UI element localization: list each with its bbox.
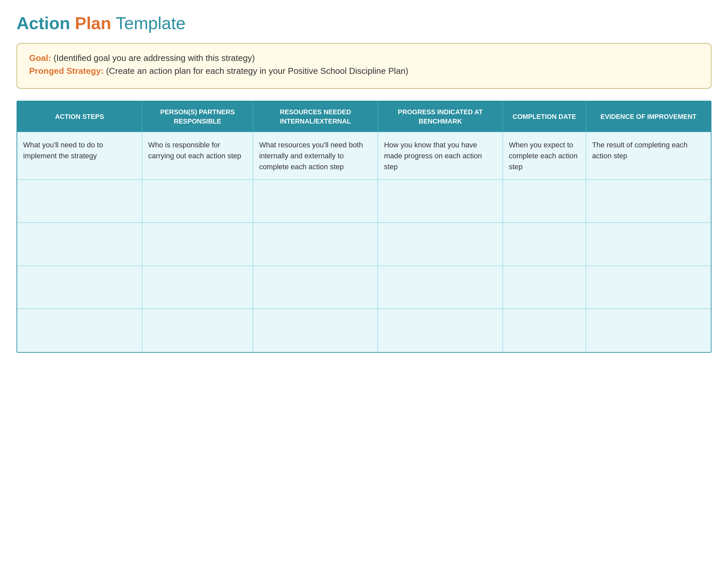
header-progress-benchmark: PROGRESS INDICATED AT BENCHMARK xyxy=(378,101,503,132)
page-title: Action Plan Template xyxy=(17,13,711,33)
row3-completion xyxy=(503,223,586,266)
row5-evidence xyxy=(586,309,711,352)
table-row xyxy=(17,266,711,309)
table-row xyxy=(17,180,711,223)
row4-evidence xyxy=(586,266,711,309)
row4-progress xyxy=(378,266,503,309)
goal-line: Goal: (Identified goal you are addressin… xyxy=(29,53,699,63)
row5-resources xyxy=(253,309,378,352)
row3-person xyxy=(142,223,253,266)
table-row xyxy=(17,309,711,352)
table-row-description: What you'll need to do to implement the … xyxy=(17,132,711,180)
row5-person xyxy=(142,309,253,352)
desc-resources: What resources you'll need both internal… xyxy=(253,132,378,180)
row3-action xyxy=(17,223,142,266)
row2-completion xyxy=(503,180,586,223)
header-resources-needed: RESOURCES NEEDED INTERNAL/EXTERNAL xyxy=(253,101,378,132)
header-completion-date: COMPLETION DATE xyxy=(503,101,586,132)
row5-action xyxy=(17,309,142,352)
row5-progress xyxy=(378,309,503,352)
desc-persons: Who is responsible for carrying out each… xyxy=(142,132,253,180)
action-plan-table: ACTION STEPS PERSON(S) PARTNERS RESPONSI… xyxy=(17,101,711,353)
desc-evidence: The result of completing each action ste… xyxy=(586,132,711,180)
header-persons-partners: PERSON(S) PARTNERS RESPONSIBLE xyxy=(142,101,253,132)
row2-action xyxy=(17,180,142,223)
header-evidence-improvement: EVIDENCE OF IMPROVEMENT xyxy=(586,101,711,132)
row4-action xyxy=(17,266,142,309)
desc-action-steps: What you'll need to do to implement the … xyxy=(17,132,142,180)
row2-resources xyxy=(253,180,378,223)
row2-progress xyxy=(378,180,503,223)
row3-progress xyxy=(378,223,503,266)
desc-completion: When you expect to complete each action … xyxy=(503,132,586,180)
row4-person xyxy=(142,266,253,309)
table-row xyxy=(17,223,711,266)
header-action-steps: ACTION STEPS xyxy=(17,101,142,132)
goal-box: Goal: (Identified goal you are addressin… xyxy=(17,43,711,89)
row2-evidence xyxy=(586,180,711,223)
row4-resources xyxy=(253,266,378,309)
pronged-line: Pronged Strategy: (Create an action plan… xyxy=(29,66,699,76)
row3-evidence xyxy=(586,223,711,266)
row3-resources xyxy=(253,223,378,266)
row2-person xyxy=(142,180,253,223)
desc-progress: How you know that you have made progress… xyxy=(378,132,503,180)
row4-completion xyxy=(503,266,586,309)
row5-completion xyxy=(503,309,586,352)
